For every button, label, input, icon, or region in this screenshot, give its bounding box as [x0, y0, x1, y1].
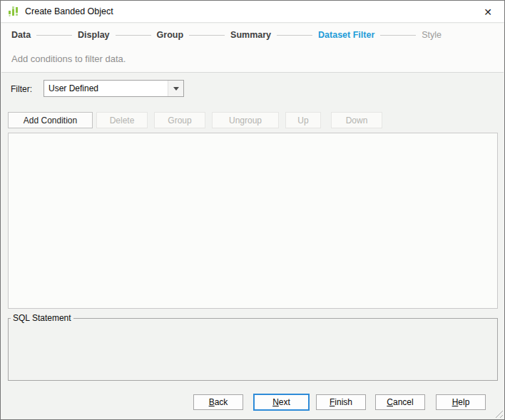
sql-statement-groupbox: SQL Statement: [8, 318, 498, 381]
filter-dropdown-value: User Defined: [44, 83, 168, 93]
wizard-step-display[interactable]: Display: [78, 30, 109, 40]
add-condition-button[interactable]: Add Condition: [8, 112, 93, 128]
cancel-button[interactable]: Cancel: [375, 394, 425, 410]
wizard-step-data[interactable]: Data: [11, 30, 31, 40]
finish-button[interactable]: Finish: [316, 394, 366, 410]
step-connector: [116, 35, 151, 36]
wizard-header: Data Display Group Summary Dataset Filte…: [1, 24, 504, 73]
help-button[interactable]: Help: [436, 394, 486, 410]
dropdown-arrow-button[interactable]: [168, 81, 183, 96]
wizard-steps: Data Display Group Summary Dataset Filte…: [11, 30, 442, 40]
filter-label: Filter:: [11, 84, 32, 94]
step-connector: [36, 35, 72, 36]
next-button[interactable]: Next: [253, 394, 310, 411]
resize-grip[interactable]: [494, 409, 503, 418]
up-button: Up: [285, 112, 321, 128]
banded-object-chart-icon: [8, 6, 19, 17]
window-title: Create Banded Object: [25, 6, 113, 16]
wizard-step-dataset-filter[interactable]: Dataset Filter: [318, 30, 374, 40]
step-connector: [189, 35, 225, 36]
close-icon: ✕: [484, 6, 492, 18]
ungroup-button: Ungroup: [212, 112, 279, 128]
wizard-step-style: Style: [422, 30, 442, 40]
step-connector: [380, 35, 416, 36]
filter-dropdown[interactable]: User Defined: [44, 80, 184, 97]
group-button: Group: [154, 112, 205, 128]
conditions-list-panel[interactable]: [8, 133, 498, 309]
wizard-description: Add conditions to filter data.: [11, 53, 126, 64]
sql-statement-label: SQL Statement: [11, 313, 73, 323]
sql-statement-content: [16, 326, 490, 373]
delete-button: Delete: [96, 112, 148, 128]
step-connector: [277, 35, 312, 36]
close-button[interactable]: ✕: [476, 1, 500, 23]
back-button[interactable]: Back: [193, 394, 243, 410]
down-button: Down: [331, 112, 382, 128]
wizard-step-summary[interactable]: Summary: [230, 30, 271, 40]
titlebar: Create Banded Object ✕: [1, 1, 504, 23]
chevron-down-icon: [173, 87, 179, 91]
wizard-step-group[interactable]: Group: [157, 30, 184, 40]
create-banded-object-dialog: Create Banded Object ✕ Data Display Grou…: [0, 0, 505, 420]
